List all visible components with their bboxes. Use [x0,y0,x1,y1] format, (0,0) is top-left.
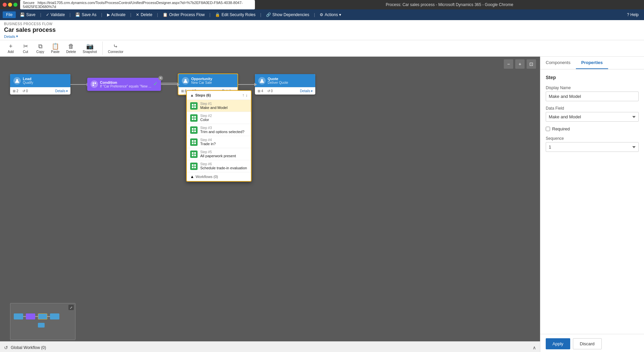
svg-rect-19 [194,140,196,142]
connector-label: Connector [108,50,123,54]
mini-quote-node [50,313,59,319]
add-tool[interactable]: + Add [4,42,17,55]
fit-view-btn[interactable]: ⊡ [527,59,536,69]
steps-down-btn[interactable]: ↓ [246,93,248,98]
details-link[interactable]: Details ▾ [4,34,640,39]
process-flow-label: BUSINESS PROCESS FLOW [4,22,640,26]
save-as-btn[interactable]: 💾 Save As [72,11,99,18]
condition-wrapper: Condition If "Car Preference" equals "Ne… [87,78,161,91]
activate-icon: ▶ [107,12,110,17]
save-btn[interactable]: 💾 Save [17,11,38,18]
svg-rect-9 [194,106,196,108]
zoom-out-btn[interactable]: − [504,59,513,69]
step-item-3[interactable]: Step #3 Trim and options selected? [187,124,251,136]
cut-tool[interactable]: ✂ Cut [19,42,32,55]
help-btn[interactable]: ? Help [624,11,641,18]
opp-to-quote-arrow [238,84,255,85]
data-field-select[interactable]: Make and Model [546,112,639,122]
window-controls[interactable] [3,3,17,7]
quote-stage-node[interactable]: Quote Deliver Quote ⊞ 4 ↺ 0 Details [255,74,315,95]
toolbar: + Add ✂ Cut ⧉ Copy 📋 Paste 🗑 Delete 📷 Sn… [0,40,644,57]
svg-rect-2 [95,82,96,84]
sequence-label: Sequence [546,136,639,141]
workflows-section: ▲ Workflows (0) [187,172,251,181]
canvas[interactable]: − + ⊡ Lead Qualify ⊞ [0,57,540,352]
edit-security-btn[interactable]: 🔒 Edit Security Roles [212,11,258,18]
svg-rect-15 [194,128,196,130]
steps-up-btn[interactable]: ↑ [242,93,244,98]
activate-btn[interactable]: ▶ Activate [104,11,128,18]
step-item-2[interactable]: Step #2 Color [187,112,251,124]
step-item-5[interactable]: Step #5 All paperwork present [187,148,251,160]
mini-line-2 [35,316,38,317]
step-2-icon [190,114,198,122]
lead-stage-node[interactable]: Lead Qualify ⊞ 2 ↺ 0 Details ▾ [10,74,70,95]
opp-stage-name: New Car Sale [191,81,212,84]
maximize-window-btn[interactable] [13,3,17,7]
snapshot-tool[interactable]: 📷 Snapshot [80,42,99,55]
display-name-label: Display Name [546,85,639,90]
delete-btn[interactable]: ✕ Delete [133,11,155,18]
steps-popup-header: ▲ Steps (6) ↑ ↓ [187,91,251,100]
tab-properties[interactable]: Properties [576,57,608,69]
svg-rect-8 [192,106,194,108]
step-item-4[interactable]: Step #4 Trade in? [187,136,251,148]
trash-icon: 🗑 [68,43,74,49]
triangle-icon: ▲ [190,93,194,97]
minimize-window-btn[interactable] [8,3,12,7]
delete-label: Delete [66,50,76,54]
required-label[interactable]: Required [552,126,570,131]
quote-steps-grid-icon: ⊞ [258,89,260,93]
actions-chevron-icon: ▾ [339,12,341,17]
svg-rect-13 [194,118,196,120]
validate-btn[interactable]: ✓ Validate [43,11,67,18]
snapshot-label: Snapshot [83,50,97,54]
svg-rect-11 [194,116,196,118]
actions-icon: ⚙ [320,12,323,17]
delete-icon: ✕ [136,12,139,17]
apply-button[interactable]: Apply [546,338,570,349]
step-item-1[interactable]: Step #1 Make and Model [187,100,251,112]
saveas-icon: 💾 [75,12,80,17]
order-process-btn[interactable]: 📋 Order Process Flow [160,11,207,18]
mini-opp-node [38,313,47,319]
step-item-6[interactable]: Step #6 Schedule trade-in evaluation [187,160,251,172]
condition-icon [91,80,98,88]
show-dependencies-btn[interactable]: 🔗 Show Dependencies [263,11,312,18]
condition-stage-node[interactable]: Condition If "Car Preference" equals "Ne… [87,78,161,91]
global-workflow-chevron-icon[interactable]: ∧ [533,345,536,350]
step-1-num: Step #1 [200,102,227,106]
step-3-name: Trim and options selected? [200,130,245,134]
display-name-input[interactable] [546,92,639,101]
opportunity-stage-header: Opportunity New Car Sale [178,74,237,87]
right-panel: Components Properties Step Display Name … [540,57,644,352]
cut-label: Cut [23,50,28,54]
actions-btn[interactable]: ⚙ Actions ▾ [317,11,344,18]
discard-button[interactable]: Discard [573,338,602,349]
process-header: BUSINESS PROCESS FLOW Car sales process … [0,20,644,40]
close-window-btn[interactable] [3,3,7,7]
mini-map-expand-btn[interactable]: ⤢ [68,305,74,310]
paste-tool[interactable]: 📋 Paste [48,42,62,55]
connector-tool[interactable]: ⤷ Connector [105,42,126,55]
sequence-select[interactable]: 1 [546,142,639,152]
zoom-in-btn[interactable]: + [515,59,525,69]
condition-sub: If "Car Preference" equals "New ... [100,84,151,88]
required-checkbox[interactable] [546,127,550,131]
tab-components[interactable]: Components [540,57,576,69]
lead-details-btn[interactable]: Details ▾ [55,89,68,93]
svg-rect-24 [192,155,194,156]
file-menu-btn[interactable]: File [3,11,16,18]
delete-tool[interactable]: 🗑 Delete [64,42,79,55]
condition-close-btn[interactable]: ✕ [158,76,163,80]
required-checkbox-row: Required [546,126,639,131]
copy-icon: ⧉ [38,43,43,49]
step-5-num: Step #5 [200,150,236,154]
svg-rect-12 [192,118,194,120]
quote-details-btn[interactable]: Details ▾ [300,89,313,93]
canvas-toolbar: − + ⊡ [504,59,536,69]
add-label: Add [8,50,14,54]
copy-tool[interactable]: ⧉ Copy [34,42,47,55]
condition-text-block: Condition If "Car Preference" equals "Ne… [100,80,151,88]
url-bar[interactable]: Secure https://trial1705.crm.dynamics.co… [20,0,255,9]
